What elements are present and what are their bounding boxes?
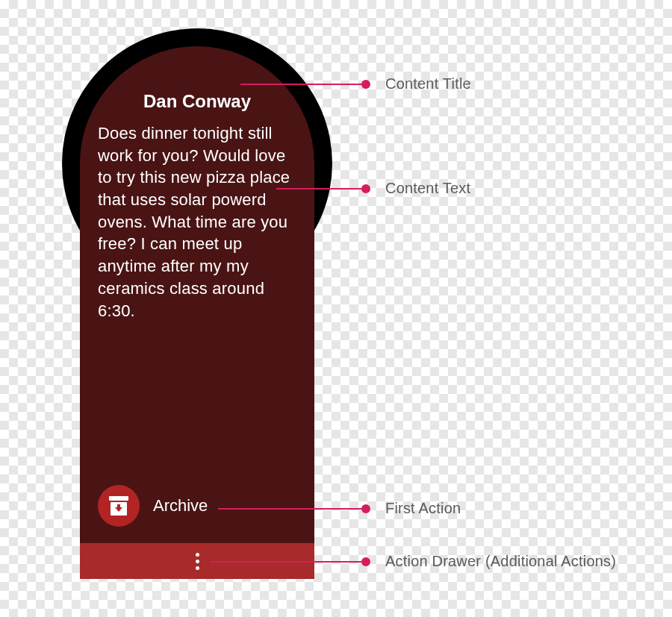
annotation-line-drawer [211,561,366,563]
annotation-label-drawer: Action Drawer (Additional Actions) [385,553,616,570]
diagram-stage: Dan Conway Does dinner tonight still wor… [0,0,672,617]
annotation-dot-action [361,504,370,513]
card-content: Dan Conway Does dinner tonight still wor… [98,91,296,322]
content-text: Does dinner tonight still work for you? … [98,122,296,322]
notification-card: Dan Conway Does dinner tonight still wor… [80,46,314,579]
annotation-label-action: First Action [385,500,461,517]
annotation-line-action [218,508,366,510]
annotation-line-title [240,84,366,85]
archive-icon [98,485,140,527]
content-title: Dan Conway [98,91,296,112]
annotation-label-title: Content Title [385,75,471,93]
annotation-dot-title [361,80,370,89]
first-action-label: Archive [153,496,208,516]
annotation-dot-body [361,184,370,193]
annotation-line-body [276,188,366,190]
annotation-dot-drawer [361,557,370,566]
watch-frame: Dan Conway Does dinner tonight still wor… [62,28,332,579]
annotation-label-body: Content Text [385,180,470,197]
more-vertical-icon [196,553,199,570]
archive-glyph [109,496,128,516]
first-action-button[interactable]: Archive [98,485,208,527]
